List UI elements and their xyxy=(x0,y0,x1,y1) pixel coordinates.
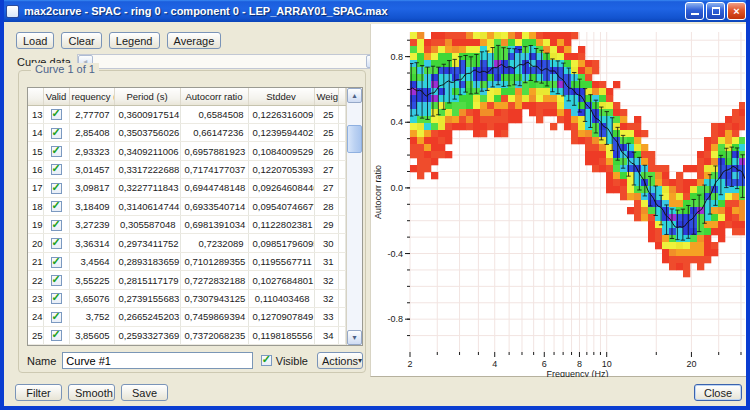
scroll-down-icon[interactable]: ▾ xyxy=(347,330,362,345)
scroll-up-icon[interactable]: ▴ xyxy=(347,88,362,103)
valid-checkbox[interactable]: ✓ xyxy=(51,146,62,157)
valid-cell[interactable]: ✓ xyxy=(43,197,69,215)
toolbar-button-clear[interactable]: Clear xyxy=(61,32,101,49)
table-row: 22✓3,552250,28151171790,72728321880,1027… xyxy=(28,271,346,289)
toolbar-button-legend[interactable]: Legend xyxy=(109,32,160,49)
valid-checkbox[interactable]: ✓ xyxy=(51,220,62,231)
valid-cell[interactable]: ✓ xyxy=(43,142,69,160)
checkmark-icon: ✓ xyxy=(52,218,61,231)
cell-period: 0,2973411752 xyxy=(114,234,180,252)
valid-checkbox[interactable]: ✓ xyxy=(51,330,62,341)
cell-stddev: 0,1084009529 xyxy=(248,142,314,160)
valid-checkbox[interactable]: ✓ xyxy=(51,109,62,120)
table-row: 25✓3,856050,25933273690,73720682350,1198… xyxy=(28,326,346,344)
cell-stddev: 0,1122802381 xyxy=(248,216,314,234)
valid-checkbox[interactable]: ✓ xyxy=(51,257,62,268)
toolbar-button-load[interactable]: Load xyxy=(16,32,54,49)
row-index: 24 xyxy=(28,308,43,326)
maximize-button[interactable] xyxy=(706,2,725,20)
valid-cell[interactable]: ✓ xyxy=(43,179,69,197)
scrollbar-thumb[interactable] xyxy=(347,125,362,153)
cell-weight: 32 xyxy=(314,289,338,307)
cell-autocorr-ratio: 0,7232089 xyxy=(180,234,248,252)
cell-period: 0,2739155683 xyxy=(114,289,180,307)
valid-checkbox[interactable]: ✓ xyxy=(51,312,62,323)
valid-checkbox[interactable]: ✓ xyxy=(51,201,62,212)
valid-cell[interactable]: ✓ xyxy=(43,234,69,252)
curve-data-table: Validrequency (HzPeriod (s)Autocorr rati… xyxy=(28,88,346,345)
footer-button-save[interactable]: Save xyxy=(121,384,168,401)
checkmark-icon: ✓ xyxy=(52,291,61,304)
valid-cell[interactable]: ✓ xyxy=(43,123,69,141)
table-row: 18✓3,184090,31406147440,69335407140,0954… xyxy=(28,197,346,215)
svg-text:0.4: 0.4 xyxy=(390,117,403,127)
valid-cell[interactable]: ✓ xyxy=(43,308,69,326)
svg-text:0.8: 0.8 xyxy=(390,52,403,62)
svg-text:0.0: 0.0 xyxy=(390,183,403,193)
footer-button-filter[interactable]: Filter xyxy=(15,384,62,401)
valid-checkbox[interactable]: ✓ xyxy=(51,128,62,139)
valid-cell[interactable]: ✓ xyxy=(43,326,69,344)
table-row: 13✓2,777070,36009175140,65845080,1226316… xyxy=(28,105,346,123)
cell-autocorr-ratio: 0,6944748148 xyxy=(180,179,248,197)
valid-checkbox[interactable]: ✓ xyxy=(51,275,62,286)
svg-text:-0.8: -0.8 xyxy=(387,314,403,324)
footer-button-smooth[interactable]: Smooth xyxy=(68,384,115,401)
cell-frequency: 3,01457 xyxy=(69,160,114,178)
valid-checkbox[interactable]: ✓ xyxy=(51,293,62,304)
actions-button[interactable]: Actions ▾ xyxy=(317,352,363,369)
valid-cell[interactable]: ✓ xyxy=(43,289,69,307)
column-header-period-s-: Period (s) xyxy=(114,88,180,105)
column-header-valid: Valid xyxy=(43,88,69,105)
cell-stddev: 0,1195567711 xyxy=(248,252,314,270)
curve-selector-scrollbar[interactable]: ◂ ▸ xyxy=(77,54,382,69)
cell-stddev: 0,1239594402 xyxy=(248,123,314,141)
valid-checkbox[interactable]: ✓ xyxy=(51,164,62,175)
cell-frequency: 2,93323 xyxy=(69,142,114,160)
row-index: 13 xyxy=(28,105,43,123)
valid-cell[interactable]: ✓ xyxy=(43,160,69,178)
minimize-icon xyxy=(691,4,699,15)
table-row: 20✓3,363140,29734117520,72320890,0985179… xyxy=(28,234,346,252)
cell-filler xyxy=(338,271,346,289)
valid-cell[interactable]: ✓ xyxy=(43,252,69,270)
table-scrollbar[interactable]: ▴ ▾ xyxy=(346,88,362,345)
window-title: max2curve - SPAC - ring 0 - component 0 … xyxy=(24,5,685,17)
cell-weight: 34 xyxy=(314,326,338,344)
cell-autocorr-ratio: 0,6933540714 xyxy=(180,197,248,215)
cell-weight: 27 xyxy=(314,160,338,178)
cell-period: 0,2593327369 xyxy=(114,326,180,344)
cell-stddev: 0,1198185556 xyxy=(248,326,314,344)
close-button[interactable]: Close xyxy=(694,384,742,401)
app-icon xyxy=(6,5,19,18)
close-window-button[interactable]: × xyxy=(727,2,746,20)
curve-table: Validrequency (HzPeriod (s)Autocorr rati… xyxy=(27,87,363,346)
minimize-button[interactable] xyxy=(685,2,704,20)
curve-name-input[interactable] xyxy=(62,352,252,369)
cell-frequency: 2,85408 xyxy=(69,123,114,141)
app-window: max2curve - SPAC - ring 0 - component 0 … xyxy=(0,0,750,410)
cell-period: 0,2893183659 xyxy=(114,252,180,270)
cell-weight: 33 xyxy=(314,308,338,326)
valid-cell[interactable]: ✓ xyxy=(43,105,69,123)
checkmark-icon: ✓ xyxy=(52,162,61,175)
row-index: 16 xyxy=(28,160,43,178)
valid-checkbox[interactable]: ✓ xyxy=(51,238,62,249)
autocorr-chart: 0.80.40.0-0.4-0.824681020Frequency (Hz)A… xyxy=(371,24,747,377)
cell-autocorr-ratio: 0,7307943125 xyxy=(180,289,248,307)
column-header-autocorr-ratio: Autocorr ratio xyxy=(180,88,248,105)
cell-autocorr-ratio: 0,6584508 xyxy=(180,105,248,123)
valid-cell[interactable]: ✓ xyxy=(43,216,69,234)
valid-cell[interactable]: ✓ xyxy=(43,271,69,289)
cell-frequency: 3,36314 xyxy=(69,234,114,252)
visible-checkbox[interactable]: ✓ xyxy=(261,355,272,366)
cell-stddev: 0,1270907849 xyxy=(248,308,314,326)
table-row: 23✓3,650760,27391556830,73079431250,1104… xyxy=(28,289,346,307)
row-index: 21 xyxy=(28,252,43,270)
toolbar-button-average[interactable]: Average xyxy=(167,32,222,49)
cell-filler xyxy=(338,234,346,252)
cell-stddev: 0,110403468 xyxy=(248,289,314,307)
row-index: 20 xyxy=(28,234,43,252)
valid-checkbox[interactable]: ✓ xyxy=(51,183,62,194)
cell-weight: 26 xyxy=(314,142,338,160)
